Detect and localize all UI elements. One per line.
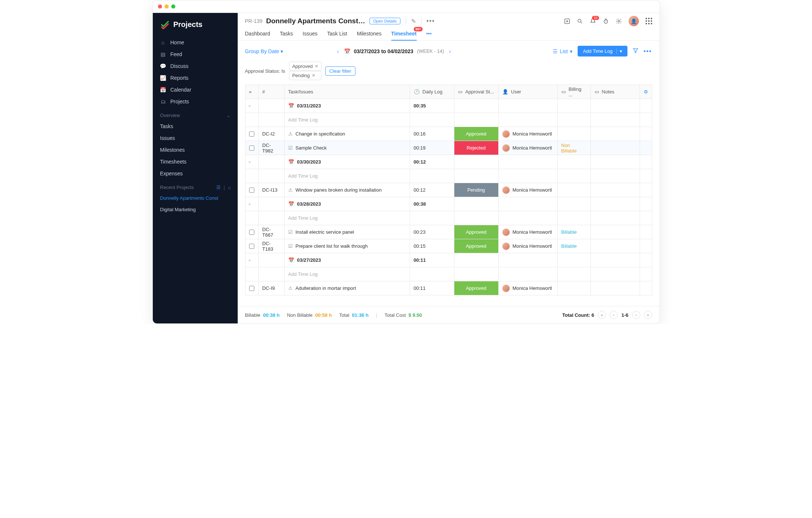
page-prev-button[interactable]: ‹ [610,311,618,319]
date-group-row[interactable]: › 📅03/27/2023 00:11 [245,253,652,267]
timer-icon[interactable] [603,18,609,24]
tab-tasks[interactable]: Tasks [280,28,293,40]
col-user-header[interactable]: User [511,89,521,95]
collapse-all-icon[interactable]: « [249,89,252,95]
toolbar-more-icon[interactable]: ••• [644,48,652,55]
row-checkbox[interactable] [249,286,254,291]
sidebar-item-expenses[interactable]: Expenses [153,168,238,179]
add-time-log-row[interactable]: Add Time Log [245,113,652,127]
add-time-log-row[interactable]: Add Time Log [245,169,652,183]
sidebar-item-tasks[interactable]: Tasks [153,120,238,132]
chevron-down-icon[interactable]: › [247,161,252,163]
user-avatar[interactable]: 👤 [629,16,639,26]
window-close[interactable] [158,4,162,8]
open-details-button[interactable]: Open Details [369,18,400,24]
chip-remove-icon[interactable]: ✕ [315,64,318,69]
prev-week-button[interactable]: ‹ [336,48,340,54]
reports-icon: 📈 [160,75,166,81]
col-billing-header[interactable]: Billing ... [569,86,587,97]
sidebar-item-feed[interactable]: ▤Feed [153,48,238,60]
gear-icon[interactable] [616,18,622,24]
tab-task-list[interactable]: Task List [327,28,347,40]
sidebar-item-projects[interactable]: 🗂Projects [153,96,238,107]
settings-sliders-icon[interactable]: ☰ [216,185,221,190]
row-checkbox[interactable] [249,230,254,235]
search-icon[interactable]: ⌕ [228,185,231,190]
window-maximize[interactable] [171,4,175,8]
timesheet-entry-row[interactable]: DC-I2 ⚠Change in specification 00:16 App… [245,127,652,141]
date-group-row[interactable]: › 📅03/31/2023 00:35 [245,99,652,113]
chevron-down-icon: ⌄ [227,113,230,118]
totalcost-label: Total Cost [385,312,406,318]
clock-icon: 🕐 [414,89,420,95]
page-last-button[interactable]: » [644,311,652,319]
filter-chip[interactable]: Approved✕ [289,62,322,71]
chevron-down-icon[interactable]: › [247,260,252,261]
sidebar-item-calendar[interactable]: 📅Calendar [153,84,238,96]
add-time-log-row[interactable]: Add Time Log [245,211,652,225]
col-daily-header[interactable]: Daily Log [423,89,443,95]
apps-grid-icon[interactable] [646,18,652,24]
tab-dashboard[interactable]: Dashboard [245,28,271,40]
chip-remove-icon[interactable]: ✕ [312,73,315,78]
clear-filter-button[interactable]: Clear filter [325,66,355,76]
view-list-button[interactable]: ☰List ▾ [553,48,573,54]
calendar-icon: 📅 [288,159,294,165]
timesheet-entry-row[interactable]: DC-I13 ⚠Window panes broken during insta… [245,183,652,197]
sidebar-item-home[interactable]: ⌂Home [153,37,238,48]
add-time-log-label[interactable]: Add Time Log [285,267,410,281]
page-next-button[interactable]: › [632,311,640,319]
sidebar-item-milestones[interactable]: Milestones [153,144,238,156]
row-checkbox[interactable] [249,188,254,193]
tab-milestones[interactable]: Milestones [357,28,382,40]
more-menu-icon[interactable]: ••• [427,18,435,24]
calendar-icon: 📅 [288,201,294,207]
calendar-icon[interactable]: 📅 [344,48,350,54]
filter-chip[interactable]: Pending✕ [289,71,322,80]
date-group-row[interactable]: › 📅03/28/2023 00:38 [245,197,652,211]
timesheet-entry-row[interactable]: DC-T982 ☑Sample Check 00:19 Rejected Mon… [245,141,652,155]
timesheet-entry-row[interactable]: DC-T183 ☑Prepare client list for walk th… [245,239,652,253]
edit-icon[interactable]: ✎ [411,18,416,25]
col-approval-header[interactable]: Approval St... [465,89,494,95]
col-notes-header[interactable]: Notes [602,89,615,95]
date-group-row[interactable]: › 📅03/30/2023 00:12 [245,155,652,169]
add-time-log-label[interactable]: Add Time Log [285,169,410,183]
timesheet-entry-row[interactable]: DC-T667 ☑Install electric service panel … [245,225,652,239]
recent-project[interactable]: Donnelly Apartments Const [153,192,238,204]
add-time-log-button[interactable]: Add Time Log▾ [578,46,627,56]
page-first-button[interactable]: « [598,311,606,319]
tabs-more-icon[interactable]: ••• [426,28,432,40]
add-icon[interactable] [564,18,570,24]
chevron-down-icon[interactable]: › [247,105,252,107]
column-settings-icon[interactable]: ⚙ [644,89,648,95]
col-num-header[interactable]: # [259,85,284,99]
window-titlebar [153,0,660,13]
sidebar-overview-header[interactable]: Overview ⌄ [153,107,238,120]
tab-timesheet[interactable]: Timesheet99+ [391,28,417,40]
search-icon[interactable] [577,18,583,24]
tab-issues[interactable]: Issues [303,28,317,40]
user-avatar-small [502,285,510,292]
sidebar-item-discuss[interactable]: 💬Discuss [153,60,238,72]
sidebar-item-reports[interactable]: 📈Reports [153,72,238,84]
add-time-log-dropdown[interactable]: ▾ [616,48,622,54]
notification-badge: 10 [592,16,599,20]
row-checkbox[interactable] [249,145,254,151]
add-time-log-row[interactable]: Add Time Log [245,267,652,281]
row-checkbox[interactable] [249,131,254,137]
chevron-down-icon[interactable]: › [247,203,252,205]
row-checkbox[interactable] [249,244,254,249]
group-by-dropdown[interactable]: Group By Date ▾ [245,48,283,54]
window-minimize[interactable] [165,4,169,8]
next-week-button[interactable]: › [448,48,453,54]
add-time-log-label[interactable]: Add Time Log [285,211,410,225]
col-task-header[interactable]: Task/Issues [285,85,410,99]
recent-project[interactable]: Digital Marketing [153,204,238,215]
sidebar-item-timesheets[interactable]: Timesheets [153,156,238,168]
add-time-log-label[interactable]: Add Time Log [285,113,410,127]
bell-icon[interactable]: 10 [590,18,596,24]
sidebar-item-issues[interactable]: Issues [153,132,238,144]
timesheet-entry-row[interactable]: DC-I9 ⚠Adulteration in mortar import 00:… [245,281,652,295]
filter-icon[interactable] [633,48,639,55]
